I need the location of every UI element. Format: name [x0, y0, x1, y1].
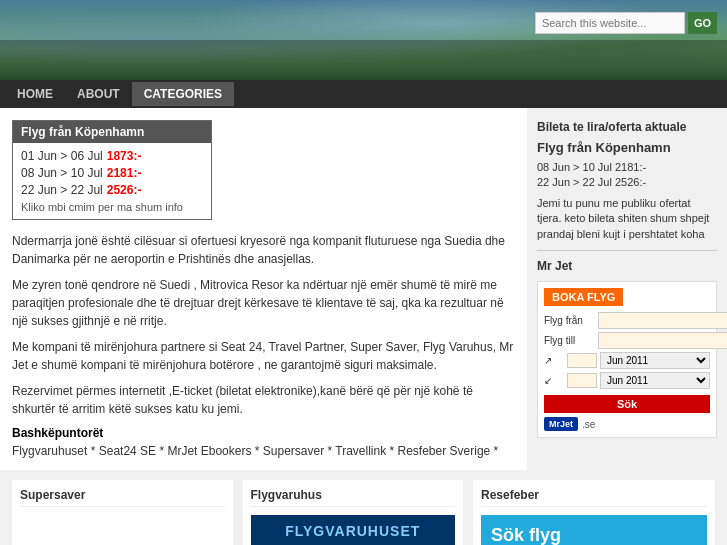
- flight-box-content: 01 Jun > 06 Jul 1873:- 08 Jun > 10 Jul 2…: [13, 143, 211, 219]
- mrjet-to-input[interactable]: [598, 332, 727, 349]
- flight-row-1: 01 Jun > 06 Jul 1873:-: [21, 149, 203, 163]
- mrjet-dep-month[interactable]: Jun 2011: [600, 352, 710, 369]
- mrjet-se-label: .se: [582, 419, 595, 430]
- article-paragraph-3: Me kompani të mirënjohura partnere si Se…: [12, 338, 515, 374]
- flight-box-header: Flyg från Köpenhamn: [13, 121, 211, 143]
- supersaver-section: Supersaver: [12, 480, 233, 545]
- sidebar: Bileta te lira/oferta aktuale Flyg från …: [527, 108, 727, 470]
- mrjet-from-input[interactable]: [598, 312, 727, 329]
- flight-more-link[interactable]: Kliko mbi cmim per ma shum info: [21, 201, 203, 213]
- header-banner: GO: [0, 0, 727, 80]
- mrjet-sok-button[interactable]: Sök: [544, 395, 710, 413]
- flight-dates-2: 08 Jun > 10 Jul: [21, 166, 103, 180]
- nav-categories[interactable]: CATEGORIES: [132, 82, 234, 106]
- mrjet-dep-arrow: ↗: [544, 355, 564, 366]
- sidebar-price-1: 08 Jun > 10 Jul 2181:-: [537, 161, 717, 173]
- mrjet-from-label: Flyg från: [544, 315, 594, 326]
- mrjet-from-row: Flyg från: [544, 312, 710, 329]
- flight-price-3: 2526:-: [107, 183, 142, 197]
- article-paragraph-1: Ndermarrja jonë është cilësuar si ofertu…: [12, 232, 515, 268]
- sidebar-price-2: 22 Jun > 22 Jul 2526:-: [537, 176, 717, 188]
- flight-box: Flyg från Köpenhamn 01 Jun > 06 Jul 1873…: [12, 120, 212, 220]
- aktuale-title: Bileta te lira/oferta aktuale: [537, 120, 717, 134]
- partners-list: Flygvaruhuset * Seat24 SE * MrJet Ebooke…: [12, 444, 515, 458]
- flight-price-2: 2181:-: [107, 166, 142, 180]
- flight-price-1: 1873:-: [107, 149, 142, 163]
- mrjet-bottom-logo: MrJet .se: [544, 417, 710, 431]
- resefeber-widget: Sök flyg Res från Res till 2 Jun 11 2: [481, 515, 707, 545]
- nav-about[interactable]: ABOUT: [65, 82, 132, 106]
- mrjet-to-row: Flyg till: [544, 332, 710, 349]
- article-paragraph-4: Rezervimet përmes internetit ,E-ticket (…: [12, 382, 515, 418]
- mrjet-ret-row: ↙ 23 Jun 2011: [544, 372, 710, 389]
- bottom-sections: Supersaver Flygvaruhus FLYGVARUHUSET Res…: [0, 470, 727, 545]
- mrjet-to-label: Flyg till: [544, 335, 594, 346]
- flight-row-2: 08 Jun > 10 Jul 2181:-: [21, 166, 203, 180]
- mrjet-section-title: Mr Jet: [537, 259, 717, 273]
- mrjet-logo: MrJet: [544, 417, 578, 431]
- mrjet-ret-arrow: ↙: [544, 375, 564, 386]
- main-content: Flyg från Köpenhamn 01 Jun > 06 Jul 1873…: [0, 108, 527, 470]
- sidebar-description: Jemi tu punu me publiku ofertat tjera. k…: [537, 196, 717, 242]
- mrjet-ret-month[interactable]: Jun 2011: [600, 372, 710, 389]
- resefeber-title: Resefeber: [481, 488, 707, 507]
- nav-home[interactable]: HOME: [5, 82, 65, 106]
- mrjet-ret-day[interactable]: 23: [567, 373, 597, 388]
- resefeber-section: Resefeber Sök flyg Res från Res till 2 J…: [473, 480, 715, 545]
- supersaver-title: Supersaver: [20, 488, 225, 507]
- mrjet-header: BOKA FLYG: [544, 288, 710, 306]
- skyline-decoration: [0, 40, 727, 80]
- flight-dates-1: 01 Jun > 06 Jul: [21, 149, 103, 163]
- resefeber-sok-flyg: Sök flyg: [491, 525, 697, 545]
- search-button[interactable]: GO: [688, 12, 717, 34]
- flight-row-3: 22 Jun > 22 Jul 2526:-: [21, 183, 203, 197]
- article-paragraph-2: Me zyren tonë qendrore në Suedi , Mitrov…: [12, 276, 515, 330]
- mrjet-widget: BOKA FLYG Flyg från Flyg till ↗ 16 Jun 2…: [537, 281, 717, 438]
- main-container: Flyg från Köpenhamn 01 Jun > 06 Jul 1873…: [0, 108, 727, 470]
- partners-heading: Bashkëpuntorët: [12, 426, 515, 440]
- mrjet-boka-button[interactable]: BOKA FLYG: [544, 288, 623, 306]
- sidebar-divider: [537, 250, 717, 251]
- sidebar-flight-title: Flyg från Köpenhamn: [537, 140, 717, 155]
- header-search-area: GO: [535, 12, 717, 34]
- navigation-bar: HOME ABOUT CATEGORIES: [0, 80, 727, 108]
- flight-dates-3: 22 Jun > 22 Jul: [21, 183, 103, 197]
- flygvaruhuset-brand-title: FLYGVARUHUSET: [259, 523, 448, 539]
- flygvaruhus-section: Flygvaruhus FLYGVARUHUSET Res från Stock…: [243, 480, 464, 545]
- search-input[interactable]: [535, 12, 685, 34]
- mrjet-dep-row: ↗ 16 Jun 2011: [544, 352, 710, 369]
- flygvaruhuset-widget: FLYGVARUHUSET Res från Stockholm Res til…: [251, 515, 456, 545]
- flygvaruhus-title: Flygvaruhus: [251, 488, 456, 507]
- mrjet-dep-day[interactable]: 16: [567, 353, 597, 368]
